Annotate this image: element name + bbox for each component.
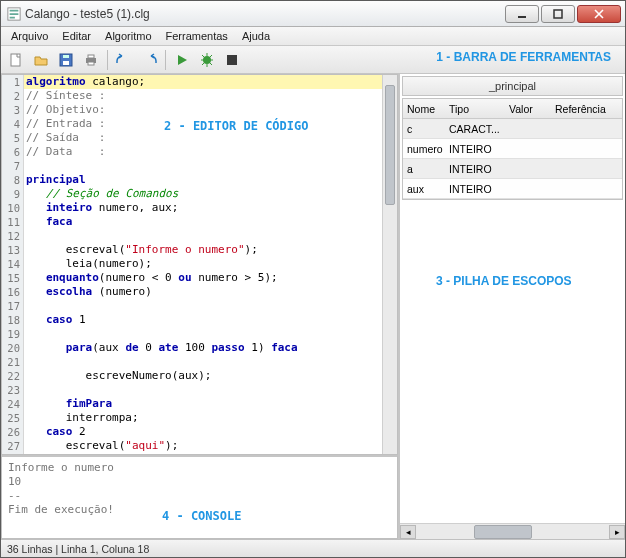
code-line[interactable]: // Seção de Comandos [24,187,382,201]
code-line[interactable]: // Entrada : [24,117,382,131]
stack-h-scrollbar[interactable]: ◂ ▸ [400,523,625,539]
window-title: Calango - teste5 (1).clg [25,7,503,21]
new-file-icon[interactable] [5,49,27,71]
scroll-right-icon[interactable]: ▸ [609,525,625,539]
code-line[interactable]: escolha (numero) [24,285,382,299]
code-editor[interactable]: 1234567891011121314151617181920212223242… [1,74,398,455]
code-line[interactable]: para(aux de 0 ate 100 passo 1) faca [24,341,382,355]
line-number: 8 [2,173,23,187]
menu-ajuda[interactable]: Ajuda [236,29,276,43]
table-cell: INTEIRO [445,163,505,175]
column-header[interactable]: Nome [403,103,445,115]
menu-ferramentas[interactable]: Ferramentas [160,29,234,43]
line-number: 10 [2,201,23,215]
stop-icon[interactable] [221,49,243,71]
print-icon[interactable] [80,49,102,71]
line-number: 6 [2,145,23,159]
maximize-button[interactable] [541,5,575,23]
line-number: 3 [2,103,23,117]
svg-point-10 [203,56,211,64]
code-line[interactable]: leia(numero); [24,257,382,271]
code-line[interactable]: caso 2 [24,425,382,439]
table-row[interactable]: cCARACT... [403,119,622,139]
line-number: 27 [2,439,23,453]
code-line[interactable]: fimPara [24,397,382,411]
code-line[interactable]: escreveNumero(aux); [24,369,382,383]
code-area[interactable]: 2 - EDITOR DE CÓDIGO algoritmo calango;/… [24,75,382,454]
scroll-left-icon[interactable]: ◂ [400,525,416,539]
code-line[interactable] [24,229,382,243]
code-line[interactable]: // Saída : [24,131,382,145]
table-row[interactable]: numeroINTEIRO [403,139,622,159]
code-line[interactable]: enquanto(numero < 0 ou numero > 5); [24,271,382,285]
line-number: 22 [2,369,23,383]
column-header[interactable]: Tipo [445,103,505,115]
statusbar: 36 Linhas | Linha 1, Coluna 18 [1,539,625,557]
table-cell: a [403,163,445,175]
table-cell: aux [403,183,445,195]
code-line[interactable]: caso 1 [24,313,382,327]
code-line[interactable]: inteiro numero, aux; [24,201,382,215]
annotation-stack: 3 - PILHA DE ESCOPOS [436,274,572,288]
code-line[interactable] [24,299,382,313]
console[interactable]: Informe o numero10--Fim de execução!4 - … [1,455,398,539]
console-line: 10 [8,475,391,489]
svg-rect-9 [88,62,94,65]
code-line[interactable] [24,327,382,341]
line-number: 4 [2,117,23,131]
debug-icon[interactable] [196,49,218,71]
line-number: 5 [2,131,23,145]
menu-algoritmo[interactable]: Algoritmo [99,29,157,43]
undo-icon[interactable] [113,49,135,71]
code-line[interactable]: algoritmo calango; [24,75,382,89]
menubar: ArquivoEditarAlgoritmoFerramentasAjuda [1,27,625,46]
line-number: 9 [2,187,23,201]
editor-scrollbar[interactable] [382,75,397,454]
code-line[interactable] [24,159,382,173]
minimize-button[interactable] [505,5,539,23]
table-cell: INTEIRO [445,143,505,155]
titlebar[interactable]: Calango - teste5 (1).clg [1,1,625,27]
column-header[interactable]: Referência [551,103,622,115]
code-line[interactable] [24,355,382,369]
redo-icon[interactable] [138,49,160,71]
line-number: 1 [2,75,23,89]
table-row[interactable]: aINTEIRO [403,159,622,179]
code-line[interactable]: // Data : [24,145,382,159]
menu-arquivo[interactable]: Arquivo [5,29,54,43]
line-number: 15 [2,271,23,285]
status-text: 36 Linhas | Linha 1, Coluna 18 [7,543,149,555]
table-row[interactable]: auxINTEIRO [403,179,622,199]
table-cell: INTEIRO [445,183,505,195]
table-cell: numero [403,143,445,155]
scrollbar-thumb[interactable] [474,525,532,539]
code-line[interactable]: escreval("aqui"); [24,439,382,453]
code-line[interactable] [24,453,382,454]
code-line[interactable] [24,383,382,397]
code-line[interactable]: faca [24,215,382,229]
scope-table: NomeTipoValorReferênciacCARACT...numeroI… [402,98,623,200]
code-line[interactable]: interrompa; [24,411,382,425]
column-header[interactable]: Valor [505,103,551,115]
console-line: Informe o numero [8,461,391,475]
menu-editar[interactable]: Editar [56,29,97,43]
open-icon[interactable] [30,49,52,71]
line-number: 13 [2,243,23,257]
code-line[interactable]: principal [24,173,382,187]
close-button[interactable] [577,5,621,23]
run-icon[interactable] [171,49,193,71]
line-number: 14 [2,257,23,271]
code-line[interactable]: // Objetivo: [24,103,382,117]
save-icon[interactable] [55,49,77,71]
console-line: -- [8,489,391,503]
toolbar: 1 - BARRA DE FERRAMENTAS [1,46,625,74]
svg-rect-2 [554,10,562,18]
table-cell: c [403,123,445,135]
line-number: 24 [2,397,23,411]
line-gutter: 1234567891011121314151617181920212223242… [2,75,24,454]
code-line[interactable]: escreval("Informe o numero"); [24,243,382,257]
line-number: 17 [2,299,23,313]
scrollbar-thumb[interactable] [385,85,395,205]
scope-title[interactable]: _principal [402,76,623,96]
code-line[interactable]: // Síntese : [24,89,382,103]
